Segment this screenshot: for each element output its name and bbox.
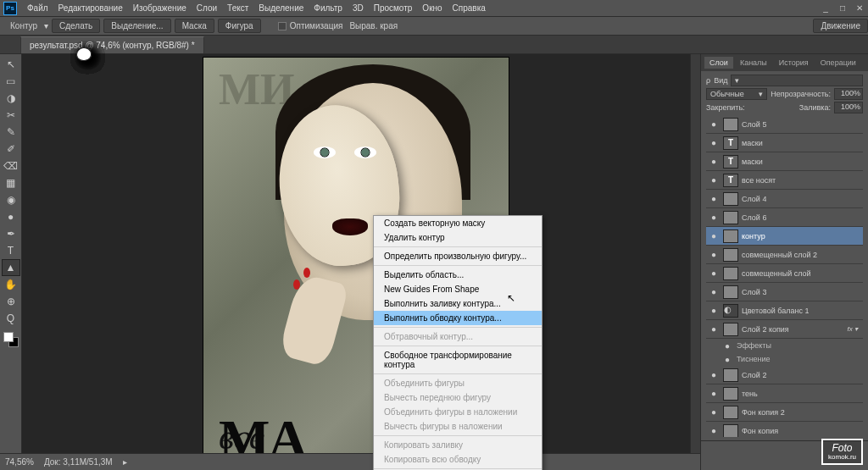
visibility-icon[interactable]: ● (708, 324, 720, 334)
context-item: Вычесть фигуры в наложении (374, 419, 542, 434)
maximize-button[interactable]: □ (834, 2, 851, 15)
visibility-icon[interactable]: ● (708, 213, 720, 222)
options-bar: Контур▾ Сделать Выделение... Маска Фигур… (0, 17, 868, 36)
visibility-icon[interactable]: ● (708, 231, 720, 241)
layer-effect[interactable]: ●Эффекты (706, 339, 863, 352)
opt-make[interactable]: Сделать (52, 19, 100, 33)
context-item: Обтравочный контур... (374, 329, 542, 344)
menu-Выделение[interactable]: Выделение (253, 2, 309, 14)
tool-13[interactable]: ✋ (2, 276, 20, 293)
opt-shape[interactable]: Фигура (218, 19, 261, 33)
visibility-icon[interactable]: ● (708, 175, 720, 185)
tool-9[interactable]: ● (2, 208, 20, 225)
context-item[interactable]: Удалить контур (374, 230, 542, 245)
panel-tabs: СлоиКаналыИсторияОперации (701, 54, 868, 71)
opt-mask[interactable]: Маска (175, 19, 214, 33)
context-item[interactable]: Выполнить обводку контура... (374, 311, 542, 325)
auto-opt[interactable]: Оптимизация (278, 21, 343, 30)
tool-7[interactable]: ▦ (2, 174, 20, 191)
tool-14[interactable]: ⊕ (2, 293, 20, 310)
tool-6[interactable]: ⌫ (2, 158, 20, 174)
tool-12[interactable]: ▲ (2, 259, 20, 276)
visibility-icon[interactable]: ● (708, 138, 720, 147)
blend-mode[interactable]: Обычные▾ (706, 88, 767, 100)
menu-Изображение[interactable]: Изображение (128, 2, 192, 14)
document-tab[interactable]: результат.psd @ 74,6% (контур, RGB/8#) * (20, 36, 204, 53)
workspace-switcher[interactable]: Движение (813, 19, 868, 33)
layer-row[interactable]: ●Слой 4 (706, 190, 863, 208)
menu-Просмотр[interactable]: Просмотр (369, 2, 418, 14)
panel-tab-История[interactable]: История (774, 57, 814, 69)
layer-list[interactable]: ●Слой 5●Tмаски●Tмаски●Tвсе носят●Слой 4●… (706, 115, 863, 437)
layer-row[interactable]: ●Tмаски (706, 134, 863, 152)
visibility-icon[interactable]: ● (708, 119, 720, 129)
tool-0[interactable]: ↖ (2, 56, 20, 73)
visibility-icon[interactable]: ● (708, 268, 720, 278)
visibility-icon[interactable]: ● (708, 426, 720, 435)
minimize-button[interactable]: _ (817, 2, 834, 15)
layer-row[interactable]: ●◐Цветовой баланс 1 (706, 301, 863, 320)
layer-row[interactable]: ●тень (706, 384, 863, 403)
menu-Редактирование[interactable]: Редактирование (53, 2, 128, 14)
tool-2[interactable]: ◑ (2, 90, 20, 107)
layer-row[interactable]: ●Фон копия 2 (706, 403, 863, 422)
document-tab-bar: результат.psd @ 74,6% (контур, RGB/8#) * (0, 36, 868, 54)
layer-row[interactable]: ●контур (706, 227, 863, 246)
visibility-icon[interactable]: ● (708, 287, 720, 296)
layer-row[interactable]: ●Слой 5 (706, 115, 863, 134)
panel-tab-Слои[interactable]: Слои (704, 57, 733, 69)
tool-4[interactable]: ✎ (2, 124, 20, 141)
context-item: Копировать заливку (374, 438, 542, 452)
visibility-icon[interactable]: ● (708, 250, 720, 259)
menu-Слои[interactable]: Слои (192, 2, 222, 14)
layer-row[interactable]: ●Tвсе носят (706, 171, 863, 190)
tool-5[interactable]: ✐ (2, 141, 20, 158)
menu-Файл[interactable]: Файл (22, 2, 53, 14)
visibility-icon[interactable]: ● (708, 370, 720, 379)
context-item[interactable]: Свободное трансформирование контура (374, 348, 542, 372)
layer-filter[interactable]: ▾ (731, 75, 863, 86)
tool-11[interactable]: T (2, 242, 20, 259)
color-swatch[interactable] (3, 332, 19, 347)
layer-effect[interactable]: ●Тиснение (706, 352, 863, 366)
visibility-icon[interactable]: ● (708, 407, 720, 417)
menu-Текст[interactable]: Текст (222, 2, 253, 14)
menu-Окно[interactable]: Окно (417, 2, 447, 14)
tool-8[interactable]: ◉ (2, 191, 20, 208)
visibility-icon[interactable]: ● (708, 157, 720, 166)
opt-selection[interactable]: Выделение... (103, 19, 170, 33)
tool-15[interactable]: Q (2, 310, 20, 327)
layer-row[interactable]: ●Слой 2 (706, 366, 863, 384)
panel-tab-Каналы[interactable]: Каналы (735, 57, 772, 69)
context-item[interactable]: Создать векторную маску (374, 216, 542, 230)
dock-strip[interactable] (690, 54, 700, 470)
layer-row[interactable]: ●Фон копия (706, 422, 863, 437)
visibility-icon[interactable]: ● (708, 194, 720, 203)
close-button[interactable]: ✕ (851, 2, 868, 15)
layer-row[interactable]: ●Слой 6 (706, 208, 863, 227)
menu-Фильтр[interactable]: Фильтр (309, 2, 348, 14)
menu-3D[interactable]: 3D (348, 2, 369, 14)
menu-Справка[interactable]: Справка (448, 2, 491, 14)
context-item[interactable]: Определить произвольную фигуру... (374, 249, 542, 263)
context-item[interactable]: New Guides From Shape (374, 282, 542, 296)
canvas-area[interactable]: МИ все МА (22, 54, 690, 470)
visibility-icon[interactable]: ● (708, 306, 720, 315)
layer-row[interactable]: ●Слой 2 копияfx ▾ (706, 320, 863, 339)
layer-row[interactable]: ●совмещенный слой (706, 264, 863, 283)
opacity-value[interactable]: 100% (834, 88, 863, 100)
context-item[interactable]: Выделить область... (374, 268, 542, 282)
layer-row[interactable]: ●Слой 3 (706, 283, 863, 301)
context-item[interactable]: Выполнить заливку контура... (374, 296, 542, 311)
visibility-icon[interactable]: ● (708, 389, 720, 398)
tool-3[interactable]: ✂ (2, 107, 20, 124)
lock-label: Закрепить: (706, 103, 745, 112)
panel-tab-Операции[interactable]: Операции (815, 57, 861, 69)
layer-row[interactable]: ●совмещенный слой 2 (706, 246, 863, 264)
fill-value[interactable]: 100% (834, 102, 863, 113)
menubar: Ps ФайлРедактированиеИзображениеСлоиТекс… (0, 0, 868, 17)
tool-1[interactable]: ▭ (2, 73, 20, 90)
zoom-level[interactable]: 74,56% (5, 457, 34, 467)
tool-10[interactable]: ✒ (2, 225, 20, 242)
layer-row[interactable]: ●Tмаски (706, 152, 863, 171)
